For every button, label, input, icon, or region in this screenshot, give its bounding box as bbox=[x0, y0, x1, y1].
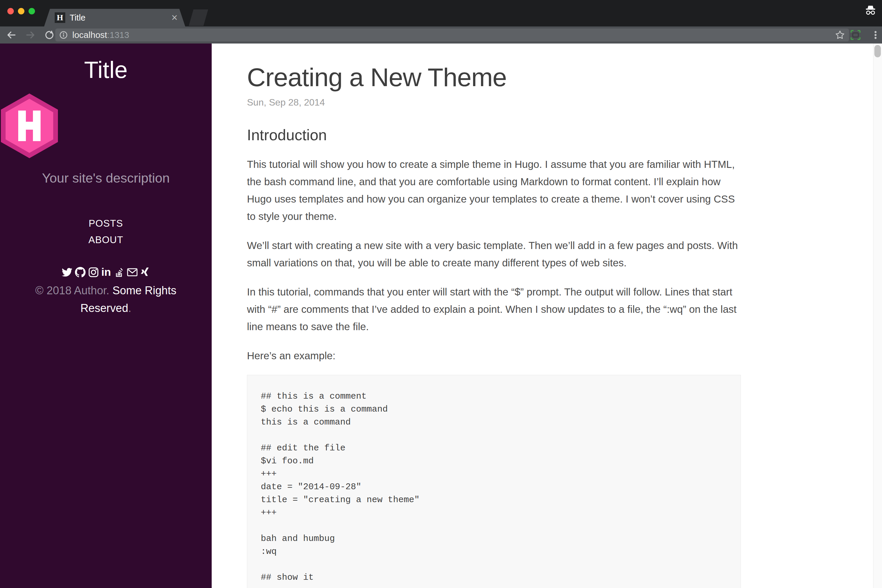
page-scrollbar[interactable] bbox=[873, 44, 882, 588]
minimize-window-button[interactable] bbox=[18, 8, 24, 14]
back-button[interactable] bbox=[6, 30, 16, 40]
page-info-icon[interactable] bbox=[59, 31, 68, 39]
tab-favicon: H bbox=[55, 12, 65, 23]
email-icon[interactable] bbox=[127, 267, 138, 278]
stackoverflow-icon[interactable] bbox=[114, 267, 124, 278]
address-bar[interactable]: localhost:1313 bbox=[55, 28, 849, 42]
site-description: Your site's description bbox=[0, 171, 212, 186]
paragraph-3: In this tutorial, commands that you ente… bbox=[247, 283, 741, 335]
nav-item-about[interactable]: ABOUT bbox=[0, 232, 212, 248]
linkedin-icon[interactable]: in bbox=[101, 267, 111, 278]
url-port: :1313 bbox=[107, 30, 129, 40]
main-content: Creating a New Theme Sun, Sep 28, 2014 I… bbox=[212, 44, 873, 588]
titlebar: H Title × bbox=[0, 0, 882, 27]
tab-close-icon[interactable]: × bbox=[171, 12, 178, 23]
github-icon[interactable] bbox=[75, 267, 86, 278]
browser-tab[interactable]: H Title × bbox=[44, 9, 185, 27]
bookmark-star-icon[interactable] bbox=[835, 30, 845, 40]
xing-icon[interactable] bbox=[141, 267, 150, 278]
reload-button[interactable] bbox=[44, 30, 55, 40]
code-block: ## this is a comment $ echo this is a co… bbox=[247, 375, 741, 588]
browser-window: H Title × bbox=[0, 0, 882, 588]
forward-button[interactable] bbox=[25, 30, 36, 40]
browser-menu-icon[interactable] bbox=[870, 30, 881, 40]
copyright-prefix: © 2018 Author. bbox=[35, 284, 112, 297]
social-links: in bbox=[0, 267, 212, 278]
window-controls bbox=[8, 8, 35, 14]
paragraph-2: We’ll start with creating a new site wit… bbox=[247, 237, 741, 272]
copyright-suffix: . bbox=[128, 302, 131, 314]
new-tab-button[interactable] bbox=[189, 9, 208, 26]
paragraph-1: This tutorial will show you how to creat… bbox=[247, 156, 741, 225]
site-sidebar: Title Your site's description POSTS ABOU… bbox=[0, 44, 212, 588]
nav-item-posts[interactable]: POSTS bbox=[0, 215, 212, 232]
incognito-icon bbox=[864, 5, 877, 16]
hugo-logo bbox=[0, 93, 59, 158]
example-label: Here’s an example: bbox=[247, 347, 741, 364]
article: Creating a New Theme Sun, Sep 28, 2014 I… bbox=[247, 62, 741, 588]
twitter-icon[interactable] bbox=[62, 267, 72, 278]
maximize-window-button[interactable] bbox=[28, 8, 35, 14]
code-content: ## this is a comment $ echo this is a co… bbox=[261, 390, 727, 584]
tab-title: Title bbox=[70, 13, 86, 22]
instagram-icon[interactable] bbox=[88, 267, 99, 278]
scrollbar-thumb[interactable] bbox=[874, 45, 881, 57]
extension-icon[interactable] bbox=[850, 30, 861, 40]
close-window-button[interactable] bbox=[8, 8, 14, 14]
copyright: © 2018 Author. Some Rights Reserved. bbox=[29, 282, 182, 317]
post-title: Creating a New Theme bbox=[247, 62, 741, 92]
site-title[interactable]: Title bbox=[0, 57, 212, 84]
sidebar-nav: POSTS ABOUT bbox=[0, 215, 212, 248]
section-heading: Introduction bbox=[247, 126, 741, 144]
url-text: localhost:1313 bbox=[72, 30, 129, 40]
post-date: Sun, Sep 28, 2014 bbox=[247, 97, 741, 108]
browser-toolbar: localhost:1313 bbox=[0, 27, 882, 44]
url-host: localhost bbox=[72, 30, 107, 40]
